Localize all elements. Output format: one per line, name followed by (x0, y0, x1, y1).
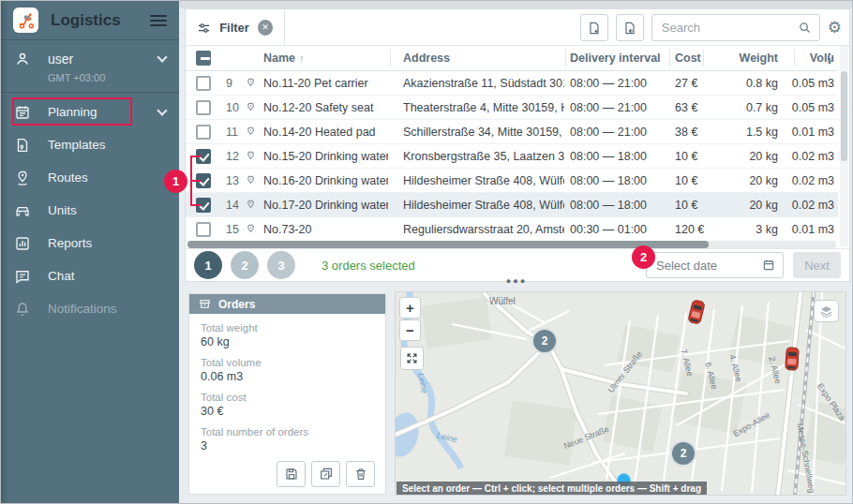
menu-toggle-icon[interactable] (150, 12, 167, 29)
table-row[interactable]: 14No.17-20 Drinking water co…Hildesheime… (186, 193, 838, 217)
sidebar-item-notifications[interactable]: Notifications (1, 292, 179, 325)
order-cluster-marker[interactable]: 2 (531, 328, 558, 354)
orders-box-icon (199, 298, 211, 310)
sidebar-item-planning[interactable]: Planning (1, 96, 179, 128)
document-import-icon (622, 21, 637, 36)
annotation-badge-2: 2 (632, 245, 655, 269)
location-pin-icon[interactable] (245, 71, 262, 95)
sidebar-header: Logistics (1, 1, 179, 40)
order-name: No.73-20 (263, 217, 388, 241)
location-pin-icon[interactable] (245, 96, 262, 119)
row-checkbox[interactable] (196, 76, 211, 91)
order-name: No.16-20 Drinking water (263, 169, 388, 192)
save-orders-button[interactable] (277, 461, 306, 487)
search-input[interactable] (660, 20, 798, 36)
column-menu-icon[interactable]: ⋮ (823, 51, 836, 66)
delete-orders-button[interactable] (346, 461, 375, 487)
sidebar-item-units[interactable]: Units (1, 194, 179, 227)
pagination: 123 (194, 251, 295, 279)
table-row[interactable]: 12No.15-20 Drinking waterKronsbergstraße… (186, 144, 838, 169)
clear-filter-icon[interactable]: ✕ (258, 20, 273, 36)
select-all-checkbox[interactable] (196, 51, 211, 66)
filter-button[interactable]: Filter ✕ (186, 9, 285, 46)
zoom-out-button[interactable]: − (399, 319, 421, 341)
horizontal-scrollbar-thumb[interactable] (187, 241, 709, 248)
row-checkbox[interactable] (196, 125, 211, 140)
gear-icon[interactable]: ⚙ (828, 20, 842, 36)
search-icon[interactable] (798, 21, 812, 35)
row-checkbox[interactable] (196, 100, 211, 115)
order-volume: 0.05 m3 (771, 71, 834, 95)
sidebar-item-chat[interactable]: Chat (1, 259, 179, 292)
orders-panel-body: Total weight60 kgTotal volume0.06 m3Tota… (189, 314, 385, 469)
order-address: Reguliersdwarsstraat 20, Amsterda… (403, 217, 564, 241)
summary-field-label: Total cost (201, 392, 374, 403)
save-icon (284, 467, 299, 482)
column-header-name[interactable]: Name ↑ (263, 46, 388, 70)
search-box (651, 14, 820, 41)
location-pin-icon[interactable] (245, 120, 262, 143)
horizontal-scrollbar[interactable] (187, 241, 836, 248)
vehicle-marker[interactable] (786, 348, 800, 371)
table-row[interactable]: 15No.73-20Reguliersdwarsstraat 20, Amste… (186, 217, 838, 242)
sidebar-item-reports[interactable]: Reports (1, 227, 179, 259)
row-number: 9 (226, 71, 245, 95)
select-date-input[interactable] (654, 258, 762, 274)
table-row[interactable]: 10No.12-20 Safety seatTheaterstraße 4, M… (186, 96, 838, 120)
user-section[interactable]: user GMT +03:00 (1, 40, 179, 93)
location-pin-icon[interactable] (245, 144, 262, 168)
order-name: No.11-20 Pet carrier (263, 71, 388, 95)
summary-field-label: Total number of orders (201, 426, 374, 437)
order-name: No.14-20 Heated pad (263, 120, 388, 143)
table-row[interactable]: 13No.16-20 Drinking waterHildesheimer St… (186, 169, 838, 193)
template-file-icon (14, 137, 31, 154)
chevron-down-icon (157, 105, 167, 115)
app-title: Logistics (51, 11, 121, 30)
add-order-button[interactable] (580, 14, 608, 41)
order-weight: 0.8 kg (711, 71, 778, 95)
order-volume: 0.05 m3 (771, 96, 834, 119)
vertical-scrollbar-thumb[interactable] (841, 71, 847, 161)
order-interval: 08:00 — 21:00 (570, 120, 667, 143)
sidebar-item-templates[interactable]: Templates (1, 128, 179, 161)
logistics-app: Logistics user GMT +03:00 Planning (0, 0, 853, 504)
page-button-1[interactable]: 1 (194, 251, 222, 279)
location-pin-icon[interactable] (245, 169, 262, 192)
row-checkbox[interactable] (196, 222, 211, 237)
location-pin-icon[interactable] (245, 217, 262, 241)
sidebar-item-routes[interactable]: Routes (1, 161, 179, 194)
zoom-in-button[interactable]: + (399, 297, 421, 319)
column-header-address[interactable]: Address (403, 46, 564, 70)
calendar-icon[interactable] (762, 259, 775, 272)
order-address: Hildesheimer Straße 408, Wülfel 30… (403, 169, 564, 192)
order-weight: 20 kg (711, 144, 778, 168)
import-orders-button[interactable] (616, 14, 644, 41)
fullscreen-button[interactable] (400, 347, 424, 370)
summary-field-value: 60 kg (201, 335, 374, 348)
row-number: 12 (226, 144, 245, 168)
layers-icon (819, 304, 833, 319)
column-header-interval[interactable]: Delivery interval (570, 46, 667, 70)
chevron-down-icon (157, 52, 167, 62)
vertical-scrollbar[interactable] (840, 46, 848, 246)
order-volume: 0.02 m3 (771, 169, 834, 192)
map-canvas (396, 292, 846, 495)
map-layers-button[interactable] (814, 300, 839, 322)
scooter-icon (17, 11, 36, 30)
duplicate-orders-button[interactable] (311, 461, 340, 487)
order-cluster-marker[interactable]: 2 (670, 440, 696, 467)
column-header-weight[interactable]: Weight (711, 46, 778, 70)
page-button-3[interactable]: 3 (267, 251, 295, 279)
table-row[interactable]: 11No.14-20 Heated padSchillerstraße 34, … (186, 120, 838, 144)
order-address: Theaterstraße 4, Mitte 30159, Hann… (403, 96, 564, 119)
splitter-handle[interactable]: ●●● (496, 276, 537, 286)
table-row[interactable]: 9No.11-20 Pet carrierAkazienstraße 11, S… (186, 71, 838, 96)
order-weight: 20 kg (711, 193, 778, 216)
page-button-2[interactable]: 2 (231, 251, 259, 279)
top-strip (179, 1, 853, 8)
location-pin-icon[interactable] (245, 193, 262, 216)
map[interactable]: Wülfel Leine Leine Ulmer Straße 7. Allee… (395, 291, 846, 496)
next-button[interactable]: Next (793, 252, 841, 278)
fullscreen-icon (406, 352, 418, 364)
bar-chart-icon (14, 235, 31, 252)
